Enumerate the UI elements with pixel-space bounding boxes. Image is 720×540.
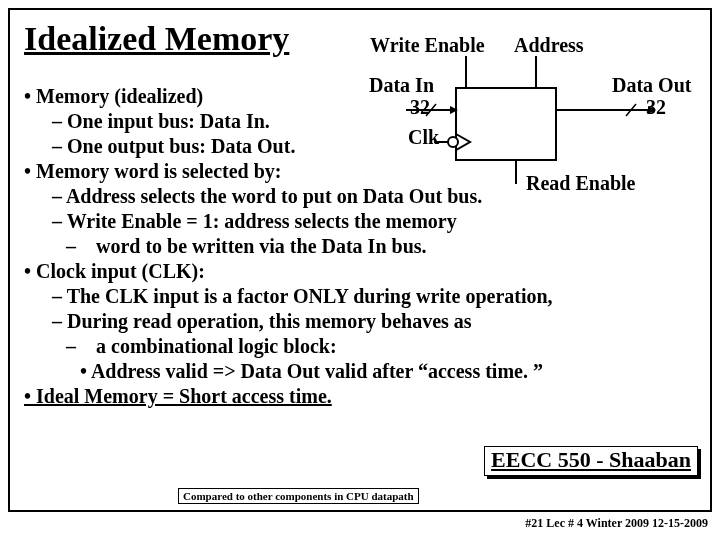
bullet-b3b: During read operation, this memory behav… (22, 309, 702, 334)
slide-title: Idealized Memory (24, 20, 289, 58)
bullet-b2b-cont: – word to be written via the Data In bus… (22, 234, 702, 259)
bullet-b1b: One output bus: Data Out. (22, 134, 702, 159)
course-box: EECC 550 - Shaaban (484, 446, 698, 476)
bullet-b1a: One input bus: Data In. (22, 109, 702, 134)
bullet-list: Memory (idealized) One input bus: Data I… (22, 84, 702, 409)
slide-frame: Idealized Memory Write Enable Address (8, 8, 712, 512)
bullet-b2a: Address selects the word to put on Data … (22, 184, 702, 209)
bullet-b3b-cont: – a combinational logic block: (22, 334, 702, 359)
bullet-b3: Clock input (CLK): (22, 259, 702, 284)
bullet-b2: Memory word is selected by: (22, 159, 702, 184)
footnote-box: Compared to other components in CPU data… (178, 488, 419, 504)
bullet-b3a: The CLK input is a factor ONLY during wr… (22, 284, 702, 309)
bullet-b2b: Write Enable = 1: address selects the me… (22, 209, 702, 234)
bullet-b4: Ideal Memory = Short access time. (22, 384, 702, 409)
bullet-b3b-cont-text: a combinational logic block: (96, 335, 337, 357)
page-info: #21 Lec # 4 Winter 2009 12-15-2009 (525, 516, 708, 531)
write-enable-label: Write Enable (370, 34, 485, 57)
address-label: Address (514, 34, 584, 57)
bullet-b2b-cont-text: word to be written via the Data In bus. (96, 235, 427, 257)
bullet-b3c: Address valid => Data Out valid after “a… (22, 359, 702, 384)
bullet-b1: Memory (idealized) (22, 84, 702, 109)
